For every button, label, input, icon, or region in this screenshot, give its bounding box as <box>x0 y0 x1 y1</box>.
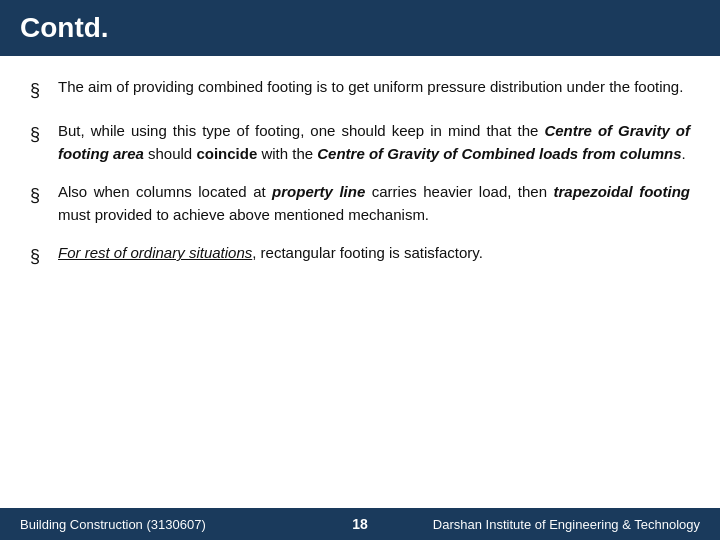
bullet-text-1: The aim of providing combined footing is… <box>58 76 690 99</box>
bullet-symbol-4: § <box>30 243 50 270</box>
footer-course-name: Building Construction (3130607) <box>20 517 322 532</box>
bullet-item-1: § The aim of providing combined footing … <box>30 76 690 104</box>
bullet-symbol-3: § <box>30 182 50 209</box>
bullet-text-2: But, while using this type of footing, o… <box>58 120 690 165</box>
bold-italic-property-line: property line <box>272 183 365 200</box>
page-header: Contd. <box>0 0 720 56</box>
bold-italic-cog-combined: Centre of Gravity of Combined loads from… <box>317 145 681 162</box>
bullet-item-4: § For rest of ordinary situations, recta… <box>30 242 690 270</box>
bold-coincide: coincide <box>196 145 257 162</box>
footer-page-number: 18 <box>322 516 398 532</box>
main-content: § The aim of providing combined footing … <box>0 56 720 508</box>
page-footer: Building Construction (3130607) 18 Darsh… <box>0 508 720 540</box>
footer-institute-name: Darshan Institute of Engineering & Techn… <box>398 517 700 532</box>
bullet-item-3: § Also when columns located at property … <box>30 181 690 226</box>
bullet-item-2: § But, while using this type of footing,… <box>30 120 690 165</box>
underline-italic-ordinary: For rest of ordinary situations <box>58 244 252 261</box>
bullet-symbol-1: § <box>30 77 50 104</box>
bullet-text-3: Also when columns located at property li… <box>58 181 690 226</box>
bold-italic-trapezoidal: trapezoidal footing <box>554 183 690 200</box>
header-title: Contd. <box>20 12 109 43</box>
bullet-text-4: For rest of ordinary situations, rectang… <box>58 242 690 265</box>
bullet-symbol-2: § <box>30 121 50 148</box>
